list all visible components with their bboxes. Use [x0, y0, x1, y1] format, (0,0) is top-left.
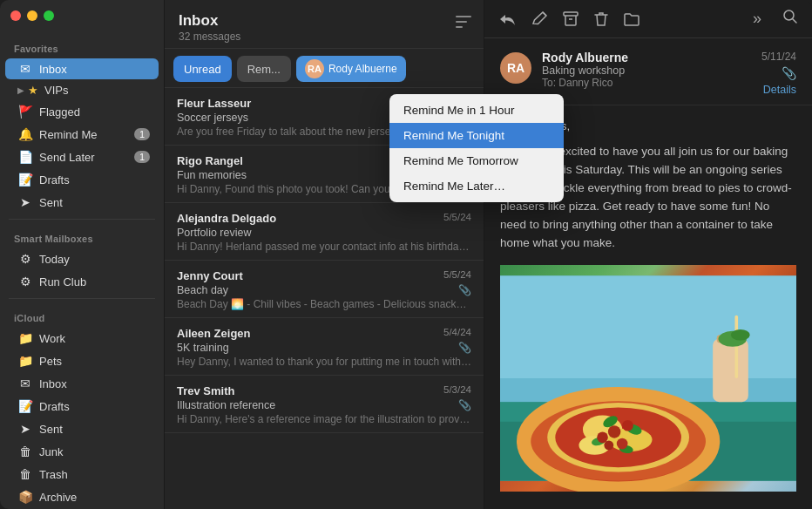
- inbox-icon: ✉: [17, 61, 33, 77]
- remind-1hr-item[interactable]: Remind Me in 1 Hour: [389, 98, 564, 123]
- message-preview: Hi Danny, Here's a reference image for t…: [177, 413, 471, 425]
- sidebar-item-label: Junk: [39, 445, 150, 458]
- svg-point-4: [784, 10, 794, 20]
- sidebar-item-junk[interactable]: 🗑 Junk: [5, 441, 159, 462]
- svg-rect-0: [456, 16, 471, 17]
- message-date: 5/4/24: [443, 327, 471, 337]
- message-count: 32 messages: [179, 31, 470, 43]
- sidebar-item-icloud-sent[interactable]: ➤ Sent: [5, 418, 159, 439]
- email-view-panel: » RA Rody Albuerne Baking workshop To: D…: [484, 0, 812, 509]
- message-item[interactable]: Aileen Zeigen 5/4/24 5K training 📎 Hey D…: [165, 318, 484, 376]
- sidebar-item-label: Flagged: [39, 105, 150, 119]
- reply-button[interactable]: [498, 11, 516, 27]
- filter-icon[interactable]: [456, 14, 471, 32]
- search-button[interactable]: [782, 9, 798, 29]
- sidebar-item-today[interactable]: ⚙ Today: [5, 248, 159, 269]
- inbox-title: Inbox: [179, 12, 470, 30]
- sidebar-item-label: Drafts: [39, 173, 150, 187]
- email-subject: Baking workshop: [542, 64, 751, 77]
- more-actions-button[interactable]: »: [753, 10, 761, 28]
- remind-tomorrow-item[interactable]: Remind Me Tomorrow: [389, 148, 564, 173]
- sidebar-item-label: Work: [39, 332, 150, 345]
- sidebar-item-work[interactable]: 📁 Work: [5, 328, 159, 349]
- sidebar-item-send-later[interactable]: 📄 Send Later 1: [5, 146, 159, 167]
- divider-2: [9, 298, 155, 299]
- message-sender: Jenny Court: [177, 269, 243, 282]
- divider-1: [9, 219, 155, 220]
- icloud-inbox-icon: ✉: [17, 376, 33, 391]
- favorites-section-label: Favorites: [0, 35, 164, 58]
- svg-rect-6: [500, 275, 796, 378]
- sidebar-item-remind-me[interactable]: 🔔 Remind Me 1: [5, 124, 159, 145]
- svg-point-30: [604, 440, 613, 450]
- sidebar-item-pets[interactable]: 📁 Pets: [5, 350, 159, 371]
- sidebar-item-label: Inbox: [39, 377, 150, 390]
- minimize-button[interactable]: [27, 10, 37, 21]
- sidebar-item-run-club[interactable]: ⚙ Run Club: [5, 271, 159, 292]
- close-button[interactable]: [10, 10, 21, 21]
- unread-filter-button[interactable]: Unread: [173, 56, 232, 82]
- delete-button[interactable]: [594, 11, 608, 27]
- remind-me-dropdown: Remind Me in 1 Hour Remind Me Tonight Re…: [389, 94, 564, 202]
- remind-tonight-item[interactable]: Remind Me Tonight: [389, 123, 564, 148]
- reminders-filter-button[interactable]: Rem...: [237, 56, 291, 82]
- message-header: Aileen Zeigen 5/4/24: [177, 327, 471, 340]
- message-item[interactable]: Trev Smith 5/3/24 Illustration reference…: [165, 376, 484, 433]
- message-sender: Fleur Lasseur: [177, 97, 251, 110]
- email-details-link[interactable]: Details: [763, 84, 796, 96]
- move-folder-button[interactable]: [624, 12, 639, 26]
- email-date-area: 5/11/24 📎 Details: [761, 51, 796, 96]
- message-preview: Hey Danny, I wanted to thank you for put…: [177, 356, 471, 368]
- sidebar-item-label: Today: [39, 253, 150, 266]
- sidebar-item-trash[interactable]: 🗑 Trash: [5, 464, 159, 485]
- work-folder-icon: 📁: [17, 330, 33, 346]
- archive-icon: 📦: [17, 489, 33, 505]
- email-sender-name: Rody Albuerne: [542, 51, 751, 64]
- sidebar-item-icloud-inbox[interactable]: ✉ Inbox: [5, 373, 159, 394]
- attachment-icon: 📎: [458, 399, 471, 411]
- junk-icon: 🗑: [17, 444, 33, 459]
- message-item[interactable]: Jenny Court 5/5/24 Beach day 📎 Beach Day…: [165, 261, 484, 318]
- sidebar-item-label: Run Club: [39, 275, 150, 288]
- chevron-icon: ▶: [17, 85, 24, 95]
- sidebar-item-label: Drafts: [39, 400, 150, 413]
- email-attachment-icon: 📎: [782, 66, 796, 80]
- sidebar-item-flagged[interactable]: 🚩 Flagged: [5, 101, 159, 122]
- run-club-icon: ⚙: [17, 274, 33, 289]
- trash-icon: 🗑: [17, 466, 33, 482]
- sidebar-item-label: VIPs: [44, 84, 68, 97]
- svg-rect-11: [734, 315, 738, 377]
- svg-rect-1: [456, 21, 467, 23]
- rody-filter-button[interactable]: RA Rody Albuerne: [296, 56, 406, 82]
- drafts-icon: 📝: [17, 172, 33, 187]
- icloud-drafts-icon: 📝: [17, 398, 33, 414]
- attachment-icon: 📎: [458, 342, 471, 354]
- sidebar-item-sent[interactable]: ➤ Sent: [5, 192, 159, 213]
- svg-point-27: [622, 419, 633, 431]
- message-list-panel: Inbox 32 messages Unread Rem... RA Rody …: [164, 0, 484, 509]
- maximize-button[interactable]: [44, 10, 54, 21]
- bell-icon: 🔔: [17, 126, 33, 142]
- email-toolbar: »: [484, 0, 812, 38]
- message-sender: Trev Smith: [177, 384, 234, 397]
- sidebar-item-inbox[interactable]: ✉ Inbox: [5, 58, 159, 79]
- send-later-badge: 1: [134, 151, 150, 163]
- archive-button[interactable]: [563, 11, 579, 27]
- today-icon: ⚙: [17, 251, 33, 267]
- svg-point-13: [731, 329, 750, 340]
- rody-filter-label: Rody Albuerne: [328, 63, 397, 75]
- sidebar-item-archive[interactable]: 📦 Archive: [5, 486, 159, 507]
- message-subject: 5K training 📎: [177, 342, 471, 354]
- message-item[interactable]: Alejandra Delgado 5/5/24 Portfolio revie…: [165, 203, 484, 261]
- sidebar-item-icloud-drafts[interactable]: 📝 Drafts: [5, 396, 159, 417]
- sidebar-item-drafts[interactable]: 📝 Drafts: [5, 169, 159, 190]
- icloud-section-label: iCloud: [0, 304, 164, 327]
- sidebar-item-vips[interactable]: ▶ ★ VIPs: [5, 81, 159, 99]
- compose-button[interactable]: [531, 11, 547, 27]
- remind-later-item[interactable]: Remind Me Later…: [389, 173, 564, 199]
- email-info: Rody Albuerne Baking workshop To: Danny …: [542, 51, 751, 89]
- sidebar-item-label: Trash: [39, 468, 150, 481]
- sidebar: Favorites ✉ Inbox ▶ ★ VIPs 🚩 Flagged 🔔 R…: [0, 0, 164, 509]
- message-date: 5/5/24: [443, 212, 471, 222]
- sender-avatar: RA: [500, 52, 531, 84]
